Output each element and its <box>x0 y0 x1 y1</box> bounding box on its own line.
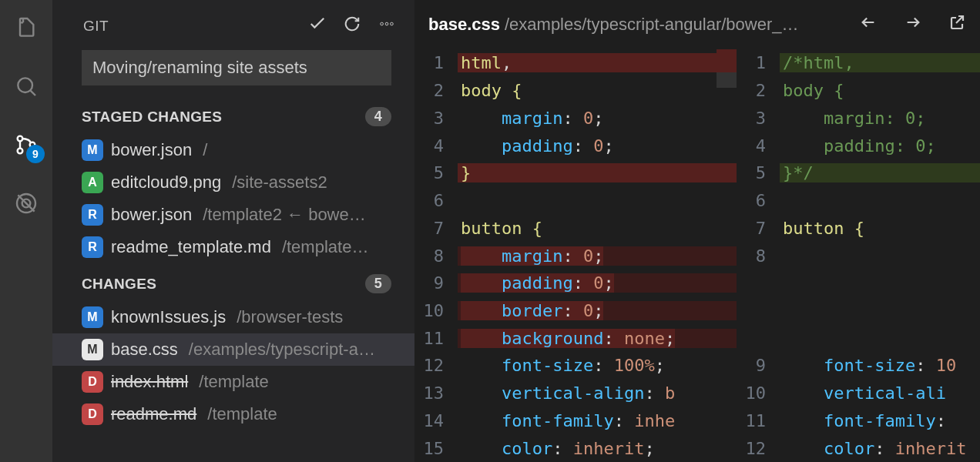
code-line[interactable]: 6 <box>737 187 980 215</box>
code-content: font-family: <box>780 411 980 430</box>
code-line[interactable]: 12 color: inherit <box>737 434 980 462</box>
refresh-icon[interactable] <box>344 15 361 36</box>
svg-point-7 <box>385 22 388 25</box>
code-content: font-size: 100%; <box>458 356 737 375</box>
line-number: 3 <box>737 109 780 128</box>
line-number: 12 <box>737 439 780 458</box>
file-path: /browser-tests <box>237 307 343 327</box>
code-line[interactable]: 15 color: inherit; <box>414 434 737 462</box>
code-line[interactable]: 4 padding: 0; <box>414 132 737 159</box>
open-file-icon[interactable] <box>948 13 966 36</box>
code-line[interactable]: 3 margin: 0; <box>737 104 980 132</box>
line-number: 6 <box>737 191 780 210</box>
line-number: 8 <box>414 246 458 266</box>
line-number: 2 <box>737 81 780 100</box>
commit-icon[interactable] <box>308 15 327 36</box>
code-line[interactable]: 2body { <box>414 77 737 105</box>
diff-editor[interactable]: 1html,2body {3 margin: 0;4 padding: 0;5}… <box>414 49 980 462</box>
code-line[interactable]: 12 font-size: 100%; <box>414 352 737 380</box>
section-header[interactable]: STAGED CHANGES4 <box>52 96 414 134</box>
code-content: padding: 0; <box>458 136 737 156</box>
line-number: 12 <box>414 356 458 375</box>
line-number: 15 <box>414 439 458 458</box>
file-name: readme.md <box>111 404 196 424</box>
status-chip: A <box>82 172 103 193</box>
code-line[interactable]: 1html, <box>414 49 737 77</box>
code-line[interactable]: 4 padding: 0; <box>737 132 980 159</box>
search-icon[interactable] <box>12 72 40 100</box>
explorer-icon[interactable] <box>12 14 40 42</box>
code-line[interactable]: 7button { <box>414 214 737 242</box>
code-line[interactable] <box>737 324 980 352</box>
tab-filename[interactable]: base.css <box>428 15 500 35</box>
more-icon[interactable] <box>378 15 396 36</box>
line-number: 11 <box>414 329 458 348</box>
tab-filepath: /examples/typescript-angular/bower_… <box>505 15 799 35</box>
file-name: bower.json <box>111 205 192 225</box>
code-line[interactable]: 2body { <box>737 77 980 105</box>
code-content: margin: 0; <box>458 109 737 128</box>
code-line[interactable] <box>737 270 980 297</box>
svg-point-0 <box>18 78 32 92</box>
code-line[interactable]: 8 <box>737 242 980 270</box>
code-content: border: 0; <box>458 301 737 320</box>
code-line[interactable]: 10 border: 0; <box>414 297 737 325</box>
code-line[interactable] <box>737 297 980 325</box>
file-row[interactable]: Rreadme_template.md/template… <box>52 231 414 263</box>
code-line[interactable]: 11 background: none; <box>414 324 737 352</box>
file-name: base.css <box>111 340 178 360</box>
nav-forward-icon[interactable] <box>903 14 923 35</box>
code-line[interactable]: 6 <box>414 187 737 215</box>
code-line[interactable]: 9 font-size: 10 <box>737 352 980 380</box>
debug-icon[interactable] <box>12 189 40 217</box>
diff-original-pane[interactable]: 1html,2body {3 margin: 0;4 padding: 0;5}… <box>414 49 737 462</box>
code-line[interactable]: 13 vertical-align: b <box>414 380 737 407</box>
line-number: 6 <box>414 191 458 210</box>
status-chip: R <box>82 204 103 226</box>
nav-back-icon[interactable] <box>858 14 878 35</box>
code-line[interactable]: 1/*html, <box>737 49 980 77</box>
section-header[interactable]: CHANGES5 <box>52 263 414 301</box>
code-line[interactable]: 10 vertical-ali <box>737 380 980 407</box>
code-line[interactable]: 8 margin: 0; <box>414 242 737 270</box>
code-line[interactable]: 5} <box>414 159 737 187</box>
code-content: vertical-ali <box>780 383 980 403</box>
code-content: }*/ <box>780 163 980 182</box>
status-chip: M <box>82 139 103 161</box>
file-row[interactable]: Dindex.html/template <box>52 366 414 398</box>
code-content: margin: 0; <box>458 246 737 266</box>
code-line[interactable]: 5}*/ <box>737 159 980 187</box>
code-content: color: inherit <box>780 439 980 458</box>
code-line[interactable]: 7button { <box>737 214 980 242</box>
line-number: 10 <box>737 383 780 403</box>
file-name: knownIssues.js <box>111 307 226 327</box>
file-row[interactable]: Aeditcloud9.png/site-assets2 <box>52 166 414 199</box>
line-number: 4 <box>737 136 780 156</box>
line-number: 5 <box>737 163 780 182</box>
code-content: padding: 0; <box>458 273 737 293</box>
file-row[interactable]: Mbase.css/examples/typescript-a… <box>52 333 414 366</box>
code-line[interactable]: 11 font-family: <box>737 407 980 435</box>
diff-modified-pane[interactable]: 1/*html,2body {3 margin: 0;4 padding: 0;… <box>737 49 980 462</box>
status-chip: M <box>82 339 103 360</box>
file-row[interactable]: Rbower.json/template2 ← bowe… <box>52 199 414 231</box>
code-line[interactable]: 3 margin: 0; <box>414 104 737 132</box>
git-sidebar: GIT Moving/renaming site assets STAGED C… <box>52 0 414 462</box>
code-content: button { <box>780 219 980 238</box>
line-number: 9 <box>414 273 458 293</box>
file-row[interactable]: MknownIssues.js/browser-tests <box>52 301 414 333</box>
svg-point-8 <box>391 22 394 25</box>
commit-message-input[interactable]: Moving/renaming site assets <box>82 50 391 85</box>
code-content: background: none; <box>458 329 737 348</box>
source-control-icon[interactable]: 9 <box>12 131 40 159</box>
section-label: CHANGES <box>82 276 156 293</box>
file-path: /template <box>199 372 269 392</box>
line-number: 2 <box>414 81 458 100</box>
file-row[interactable]: Dreadme.md/template <box>52 398 414 430</box>
code-line[interactable]: 14 font-family: inhe <box>414 407 737 435</box>
file-row[interactable]: Mbower.json/ <box>52 134 414 166</box>
section-label: STAGED CHANGES <box>82 109 222 126</box>
svg-point-1 <box>18 136 23 142</box>
sidebar-header: GIT <box>52 15 414 50</box>
code-line[interactable]: 9 padding: 0; <box>414 270 737 297</box>
